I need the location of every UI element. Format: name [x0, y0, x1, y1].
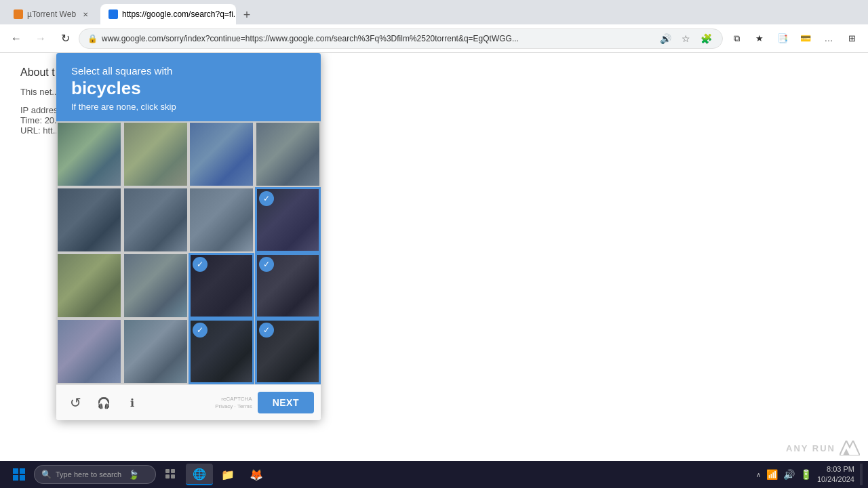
captcha-image-grid: ✓ ✓ ✓: [56, 121, 321, 384]
cell-image-2-0: [58, 254, 121, 319]
settings-button[interactable]: …: [818, 28, 840, 49]
svg-rect-5: [20, 475, 25, 481]
check-badge-3-3: ✓: [259, 323, 274, 338]
svg-rect-3: [20, 468, 25, 474]
cell-image-0-3: [256, 123, 319, 187]
explorer-icon: 📁: [221, 468, 235, 481]
grid-cell-2-3[interactable]: ✓: [255, 253, 321, 319]
next-button[interactable]: NEXT: [258, 392, 314, 413]
show-desktop-button[interactable]: [860, 464, 863, 485]
tab-google[interactable]: https://google.com/search?q=fi... ✕: [100, 4, 236, 24]
tab-utorrent-close[interactable]: ✕: [80, 9, 91, 20]
grid-cell-0-0[interactable]: [56, 121, 122, 187]
taskbar: 🔍 Type here to search 🍃 🌐 📁 🦊 ∧ 📶 🔊 🔋 8:…: [0, 461, 868, 488]
tab-utorrent[interactable]: µTorrent Web ✕: [5, 4, 99, 24]
favorites-button[interactable]: ★: [749, 28, 770, 49]
browser-wallet-button[interactable]: 💳: [795, 28, 816, 49]
task-view-icon: [165, 469, 176, 480]
tab-favicon-google: [108, 9, 118, 19]
search-placeholder-text: Type here to search: [56, 470, 121, 479]
grid-cell-1-2[interactable]: [189, 187, 254, 253]
cell-image-1-2: [190, 188, 253, 253]
lock-icon: 🔒: [87, 34, 98, 43]
grid-cell-0-1[interactable]: [123, 121, 189, 187]
split-view-button[interactable]: ⧉: [726, 28, 747, 49]
anyrun-logo-icon: [840, 441, 860, 455]
chevron-up-icon[interactable]: ∧: [756, 471, 761, 479]
nav-bar: ← → ↻ 🔒 www.google.com/sorry/index?conti…: [0, 24, 868, 53]
reload-button[interactable]: ↻: [54, 28, 76, 49]
svg-rect-8: [165, 474, 170, 479]
audio-button[interactable]: 🎧: [92, 390, 116, 415]
grid-cell-1-1[interactable]: [123, 187, 189, 253]
grid-cell-2-1[interactable]: [123, 253, 189, 319]
back-button[interactable]: ←: [5, 28, 27, 49]
grid-cell-3-3[interactable]: ✓: [255, 319, 321, 384]
collections-button[interactable]: 📑: [772, 28, 793, 49]
firefox-icon: 🦊: [250, 468, 263, 481]
grid-cell-1-0[interactable]: [56, 187, 122, 253]
sidebar-toggle-button[interactable]: ⊞: [841, 28, 863, 49]
tab-utorrent-label: µTorrent Web: [27, 9, 76, 19]
search-icon: 🔍: [41, 470, 52, 479]
network-icon[interactable]: 📶: [766, 469, 778, 480]
refresh-button[interactable]: ↺: [63, 390, 87, 415]
grid-cell-0-2[interactable]: [189, 121, 254, 187]
check-badge-2-3: ✓: [259, 257, 274, 272]
taskbar-firefox[interactable]: 🦊: [243, 464, 270, 485]
edge-icon: 🌐: [193, 468, 206, 481]
check-badge-1-3: ✓: [259, 191, 274, 206]
read-aloud-icon[interactable]: 🔊: [657, 30, 673, 47]
footer-spacer: reCAPTCHA Privacy · Terms NEXT: [149, 392, 314, 413]
taskbar-explorer[interactable]: 📁: [214, 464, 241, 485]
info-button[interactable]: ℹ: [120, 390, 144, 415]
grid-cell-3-2[interactable]: ✓: [189, 319, 254, 384]
captcha-select-text: Select all squares with: [71, 65, 306, 77]
captcha-skip-text: If there are none, click skip: [71, 102, 306, 112]
address-bar[interactable]: 🔒 www.google.com/sorry/index?continue=ht…: [79, 28, 723, 49]
cell-image-1-0: [58, 188, 121, 253]
tab-favicon-utorrent: [14, 9, 23, 19]
leaf-icon: 🍃: [128, 470, 139, 480]
recaptcha-branding: reCAPTCHA Privacy · Terms: [215, 395, 252, 410]
svg-rect-7: [171, 469, 175, 473]
extensions-icon[interactable]: 🧩: [698, 30, 714, 47]
taskbar-time: 8:03 PM: [817, 464, 854, 474]
cell-image-1-1: [124, 188, 187, 253]
cell-image-3-0: [58, 320, 121, 384]
grid-cell-3-0[interactable]: [56, 319, 122, 384]
check-badge-3-2: ✓: [193, 323, 208, 338]
new-tab-button[interactable]: +: [237, 5, 256, 24]
cell-image-3-1: [124, 320, 187, 384]
start-button[interactable]: [5, 464, 33, 485]
captcha-header: Select all squares with bicycles If ther…: [56, 53, 321, 121]
grid-cell-3-1[interactable]: [123, 319, 189, 384]
star-icon[interactable]: ☆: [677, 30, 694, 47]
anyrun-text: ANY RUN: [786, 443, 835, 453]
grid-cell-0-3[interactable]: [255, 121, 321, 187]
taskbar-edge[interactable]: 🌐: [186, 464, 213, 485]
windows-search[interactable]: 🔍 Type here to search 🍃: [34, 465, 156, 484]
grid-cell-2-2[interactable]: ✓: [189, 253, 254, 319]
captcha-footer: ↺ 🎧 ℹ reCAPTCHA Privacy · Terms NEXT: [56, 384, 321, 420]
anyrun-watermark: ANY RUN: [786, 441, 860, 455]
grid-cell-1-3[interactable]: ✓: [255, 187, 321, 253]
grid-cell-2-0[interactable]: [56, 253, 122, 319]
forward-button[interactable]: →: [30, 28, 52, 49]
nav-actions: ⧉ ★ 📑 💳 … ⊞: [726, 28, 863, 49]
windows-icon: [13, 468, 25, 481]
battery-icon[interactable]: 🔋: [800, 469, 812, 480]
task-view-button[interactable]: [157, 464, 184, 485]
cell-image-0-0: [58, 123, 121, 187]
svg-marker-1: [843, 449, 850, 455]
taskbar-system-tray: ∧ 📶 🔊 🔋 8:03 PM 10/24/2024: [756, 464, 863, 485]
cell-image-0-2: [190, 123, 253, 187]
volume-icon[interactable]: 🔊: [783, 469, 795, 480]
tab-bar: µTorrent Web ✕ https://google.com/search…: [0, 0, 868, 24]
check-badge-2-2: ✓: [193, 257, 208, 272]
page-content-area: About t This net... malicious... sending…: [0, 53, 868, 461]
svg-rect-6: [165, 469, 170, 473]
taskbar-clock[interactable]: 8:03 PM 10/24/2024: [817, 464, 854, 485]
cell-image-0-1: [124, 123, 187, 187]
address-text: www.google.com/sorry/index?continue=http…: [102, 34, 653, 43]
